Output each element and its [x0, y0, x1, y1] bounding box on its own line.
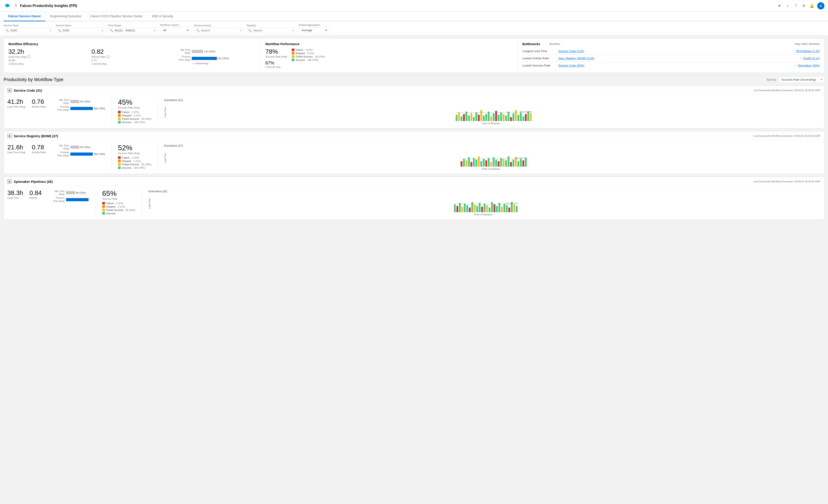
bn-step-link[interactable]: Spinnaker (43%) — [798, 64, 820, 67]
bn-workflow-link[interactable]: Serv. Registry (BOM) (0.26) — [558, 57, 799, 60]
grid-icon[interactable]: ⠿ — [14, 3, 17, 8]
default-aggregation-select[interactable]: Average Median Max Min — [300, 28, 328, 32]
chart-x-label: Order of Releases → — [164, 122, 821, 125]
legend-count: 36 (19%) — [315, 55, 325, 58]
idle-time-bar-container: 11h (19%) — [192, 50, 215, 53]
svg-rect-23 — [505, 116, 507, 121]
wc-idle-label: Idle Time(Avg) — [53, 99, 69, 104]
chart-content: Avg Lead Time — [167, 103, 821, 122]
svg-rect-7 — [466, 111, 467, 121]
activity-ratio-value: 0.82 — [91, 48, 173, 55]
svg-rect-28 — [518, 115, 520, 121]
bn-workflow-link[interactable]: Service Code (3.2h) — [558, 49, 791, 53]
bn-workflow-link[interactable]: Service Code (54%) — [558, 64, 793, 67]
tab-sre-security[interactable]: SRE & Security — [147, 12, 178, 21]
activity-ratio-xservice: 0.71 — [91, 59, 173, 62]
add-icon[interactable]: + — [785, 3, 790, 8]
environments-input[interactable] — [201, 29, 239, 32]
environments-input-wrap[interactable]: 🔍 × — [194, 28, 244, 33]
environments-label: Environment(s) — [194, 24, 244, 27]
wc-legend-item: Success 106 (78%) — [118, 121, 151, 124]
notifications-icon[interactable]: 🔔 — [809, 3, 815, 8]
wc-legend-dot — [102, 212, 105, 215]
wc-idle-bar — [66, 191, 75, 194]
targets-input-wrap[interactable]: 🔍 × — [246, 28, 296, 33]
service-name-input[interactable] — [63, 29, 100, 32]
tab-falcon-service-owner[interactable]: Falcon Service Owner — [4, 12, 45, 21]
wc-time-bars: Idle Time(Avg) 9h (19%) ProcessTime (Avg… — [53, 99, 105, 112]
time-range-input[interactable] — [115, 29, 152, 32]
activity-ratio-info-icon[interactable]: i — [107, 55, 110, 58]
svg-rect-52 — [500, 158, 502, 167]
bottlenecks-items: Longest Lead Time Service Code (3.2h) › … — [522, 48, 820, 69]
help-icon[interactable]: ? — [793, 3, 798, 8]
wc-success: 45% Success Rate (Avg) Failure 3 (2%) St… — [118, 99, 151, 124]
expand-btn[interactable]: ▶ — [7, 179, 12, 184]
workflow-types-select[interactable]: All — [162, 28, 190, 32]
time-range-input-wrap[interactable]: 🔍 × — [108, 28, 157, 33]
service-team-input[interactable] — [10, 29, 48, 32]
wc-legend-label: Success — [122, 121, 131, 124]
wc-time-bars: Idle Time(Avg) 9h (19%) ProcessTime (Avg… — [49, 190, 89, 203]
time-range-clear-btn[interactable]: × — [154, 29, 155, 32]
wc-legend-dot — [102, 205, 105, 208]
wc-success-rate-label: Success Rate (Avg) — [118, 152, 151, 154]
svg-rect-86 — [506, 205, 508, 213]
targets-clear-btn[interactable]: × — [292, 29, 294, 32]
legend-item: Partial Success 36 (19%) — [292, 55, 325, 58]
wc-legend-dot — [118, 121, 121, 124]
service-name-input-wrap[interactable]: 🔍 × — [56, 28, 105, 33]
favorites-icon[interactable]: ★ — [777, 3, 782, 8]
wc-legend-count: 2 (1%) — [133, 160, 141, 163]
svg-rect-4 — [458, 112, 460, 121]
svg-rect-73 — [474, 204, 475, 212]
svg-rect-14 — [483, 116, 485, 121]
workflow-types-select-wrap[interactable]: All — [160, 27, 192, 33]
lead-time-xservice: 41.6h — [8, 59, 90, 62]
service-team-clear-btn[interactable]: × — [49, 29, 51, 32]
lead-time-xservice-label: x-Service Avg. — [8, 62, 90, 65]
expand-btn[interactable]: ▶ — [7, 88, 12, 93]
sort-label: Sort by — [767, 78, 776, 81]
workflow-card-meta: Last Successful Workflow Execution: 04/1… — [753, 89, 821, 92]
tab-falcon-cicd[interactable]: Falcon CI/CD Pipeline Service Owner — [86, 12, 147, 21]
sort-select[interactable]: Success Rate (Ascending)Success Rate (De… — [779, 76, 824, 83]
user-avatar[interactable]: U — [817, 2, 824, 9]
svg-rect-6 — [463, 114, 465, 121]
targets-input[interactable] — [253, 29, 291, 32]
settings-icon[interactable]: ⚙ — [801, 3, 806, 8]
wc-legend-item: Partial Success 36 (19%) — [118, 163, 151, 166]
wc-chart: Executions (26) Lead Time Avg Lead Time … — [148, 190, 821, 216]
service-team-input-wrap[interactable]: 🔍 × — [4, 28, 53, 33]
activity-ratio-metric: 0.82 Activity Ratio i 0.71 x-Service Avg… — [91, 48, 173, 65]
chart-svg: Avg Lead Time — [167, 149, 821, 167]
legend-item: Failure 3 (2%) — [292, 48, 325, 51]
lead-time-info-icon[interactable]: i — [28, 55, 31, 58]
tab-engineering-executive[interactable]: Engineering Executive — [45, 12, 86, 21]
expand-btn[interactable]: ▶ — [7, 134, 12, 138]
legend-count: 106 (78%) — [307, 59, 319, 61]
bn-step-link[interactable]: Firefly (0.12) — [803, 57, 820, 60]
service-name-clear-btn[interactable]: × — [101, 29, 103, 32]
legend-item: Success 106 (78%) — [292, 59, 325, 61]
wc-metrics: 38.3h Lead Time 0.84 Activity Idle Time(… — [7, 190, 89, 203]
workflow-performance-grid: 78% Success Rate (Avg) 67% x-Service Avg… — [265, 48, 513, 68]
chart-wrapper: Lead Time Avg Lead Time — [164, 103, 821, 122]
workflow-card-body: 21.6h Lead Time (Avg) 0.78 Activity Rati… — [4, 141, 824, 174]
sort-select-wrap[interactable]: Success Rate (Ascending)Success Rate (De… — [779, 76, 824, 83]
legend-label: Failure — [296, 48, 303, 51]
wc-success-rate: 45% — [118, 99, 151, 106]
default-aggregation-select-wrap[interactable]: Average Median Max Min — [298, 27, 330, 33]
svg-text:Avg Lead Time: Avg Lead Time — [506, 202, 518, 204]
page-scroll: Workflow Efficiency 32.2h Lead Time (Avg… — [0, 36, 828, 504]
bn-step-link[interactable]: SFCI/Strata (1.2h) — [796, 49, 820, 53]
wc-legend-label: Partial Success — [122, 163, 139, 166]
productivity-title: Productivity by Workflow Type — [4, 77, 64, 82]
legend-label: Stopped — [296, 52, 305, 55]
svg-rect-61 — [523, 161, 524, 167]
svg-rect-60 — [520, 159, 522, 167]
svg-rect-20 — [498, 115, 500, 121]
time-range-search-icon: 🔍 — [110, 29, 113, 32]
wc-metrics: 21.6h Lead Time (Avg) 0.78 Activity Rati… — [7, 144, 105, 158]
environments-clear-btn[interactable]: × — [240, 29, 242, 32]
